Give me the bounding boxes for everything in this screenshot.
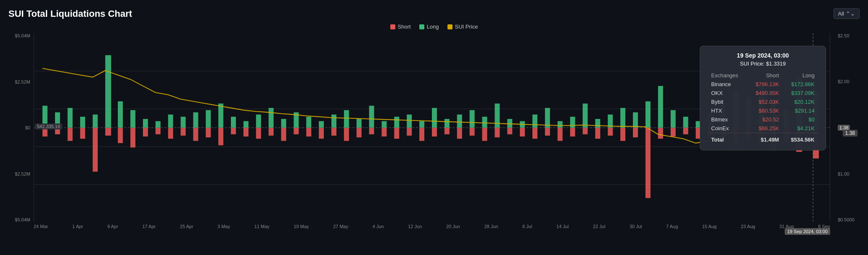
svg-rect-33 [394, 117, 399, 128]
legend-short: Short [390, 24, 411, 30]
svg-rect-10 [105, 55, 111, 128]
exchange-htx: HTX [708, 106, 747, 115]
svg-rect-77 [168, 128, 173, 139]
svg-rect-24 [281, 119, 286, 128]
col-exchanges: Exchanges [708, 71, 747, 80]
zero-label: 542,335.16 [35, 124, 62, 129]
svg-rect-79 [193, 128, 198, 141]
tooltip: 19 Sep 2024, 03:00 SUI Price: $1.3319 Ex… [700, 46, 826, 150]
y-axis-right: $2.50 $2.00 1.38 $1.00 $0.5000 [834, 33, 860, 222]
total-label: Total [708, 133, 747, 145]
svg-rect-104 [507, 128, 512, 134]
svg-rect-88 [306, 128, 311, 137]
x-label-12: 28 Jun [484, 224, 498, 229]
tooltip-row-bitmex: Bitmex $20.52 $0 [708, 115, 818, 124]
svg-rect-36 [432, 108, 437, 128]
x-axis: 24 Mar 1 Apr 9 Apr 17 Apr 25 Apr 3 May 1… [34, 222, 830, 235]
tooltip-header: 19 Sep 2024, 03:00 [708, 52, 818, 59]
svg-rect-27 [319, 121, 324, 128]
tooltip-row-htx: HTX $80.53K $291.14 [708, 106, 818, 115]
svg-rect-71 [93, 128, 98, 172]
svg-rect-109 [570, 128, 575, 137]
svg-rect-117 [671, 128, 676, 137]
y-right-1: $2.50 [838, 33, 849, 38]
x-label-10: 12 Jun [408, 224, 422, 229]
svg-rect-105 [520, 128, 525, 137]
svg-rect-22 [256, 115, 261, 128]
svg-rect-7 [68, 108, 73, 128]
y-left-1: $5.04M [15, 217, 30, 222]
y-right-4: $1.00 [838, 171, 849, 176]
svg-rect-18 [206, 110, 211, 128]
x-label-5: 3 May [217, 224, 230, 229]
x-label-2: 9 Apr [107, 224, 118, 229]
svg-rect-12 [130, 110, 135, 128]
svg-rect-82 [231, 128, 236, 134]
svg-rect-99 [445, 128, 450, 134]
svg-rect-53 [646, 101, 651, 128]
svg-rect-89 [319, 128, 324, 139]
svg-rect-98 [432, 128, 437, 137]
svg-rect-85 [269, 128, 274, 136]
svg-rect-15 [168, 115, 173, 128]
svg-rect-23 [269, 108, 274, 128]
svg-rect-92 [357, 128, 362, 137]
short-label: Short [398, 24, 411, 30]
svg-rect-17 [193, 112, 198, 128]
okx-short: $490.95K [747, 89, 783, 97]
coinex-long: $4.21K [782, 124, 818, 133]
tooltip-row-coinex: CoinEx $66.25K $4.21K [708, 124, 818, 133]
svg-rect-96 [407, 128, 412, 136]
svg-rect-70 [80, 128, 85, 139]
legend-long: Long [419, 24, 439, 30]
svg-rect-35 [419, 121, 424, 128]
all-button[interactable]: All ⌃⌄ [834, 8, 860, 19]
svg-rect-54 [658, 86, 663, 128]
svg-rect-49 [595, 119, 600, 128]
x-label-22: 19 Sep 2024, 03:00 [785, 228, 830, 235]
y-left-3: $0 [25, 125, 30, 130]
x-label-19: 23 Aug [741, 224, 755, 229]
tooltip-total-row: Total $1.49M $534.56K [708, 133, 818, 145]
price-label: SUI Price [455, 24, 478, 30]
svg-rect-16 [181, 117, 186, 128]
svg-rect-20 [231, 117, 236, 128]
svg-rect-41 [495, 103, 500, 128]
svg-rect-112 [608, 128, 613, 136]
okx-long: $337.09K [782, 89, 818, 97]
svg-rect-94 [382, 128, 387, 137]
tooltip-price: SUI Price: $1.3319 [708, 60, 818, 67]
svg-rect-13 [143, 119, 148, 128]
col-long: Long [782, 71, 818, 80]
exchange-coinex: CoinEx [708, 124, 747, 133]
svg-rect-107 [545, 128, 550, 136]
svg-rect-75 [143, 128, 148, 137]
binance-short: $796.13K [747, 80, 783, 89]
svg-rect-72 [105, 128, 111, 136]
x-label-6: 11 May [254, 224, 270, 229]
tooltip-row-binance: Binance $796.13K $172.86K [708, 80, 818, 89]
svg-rect-69 [68, 128, 73, 141]
svg-rect-40 [482, 117, 487, 128]
svg-rect-90 [331, 128, 336, 136]
col-short: Short [747, 71, 783, 80]
svg-rect-9 [93, 115, 98, 128]
svg-rect-118 [683, 128, 688, 134]
svg-rect-55 [671, 110, 676, 128]
htx-long: $291.14 [782, 106, 818, 115]
svg-rect-52 [633, 112, 638, 128]
x-label-0: 24 Mar [34, 224, 48, 229]
svg-rect-74 [130, 128, 135, 147]
current-price-label: 1.38 [843, 130, 857, 137]
long-label: Long [427, 24, 439, 30]
chart-container: SUI Total Liquidations Chart All ⌃⌄ Shor… [0, 0, 868, 255]
svg-rect-87 [294, 128, 299, 134]
svg-rect-84 [256, 128, 261, 139]
svg-rect-37 [445, 119, 450, 128]
y-right-2: $2.00 [838, 79, 849, 84]
svg-rect-93 [369, 128, 374, 134]
y-left-4: $2.52M [15, 79, 30, 84]
svg-rect-56 [683, 117, 688, 128]
svg-rect-81 [218, 128, 223, 145]
y-axis-left: $5.04M $2.52M $0 $2.52M $5.04M [8, 33, 34, 222]
